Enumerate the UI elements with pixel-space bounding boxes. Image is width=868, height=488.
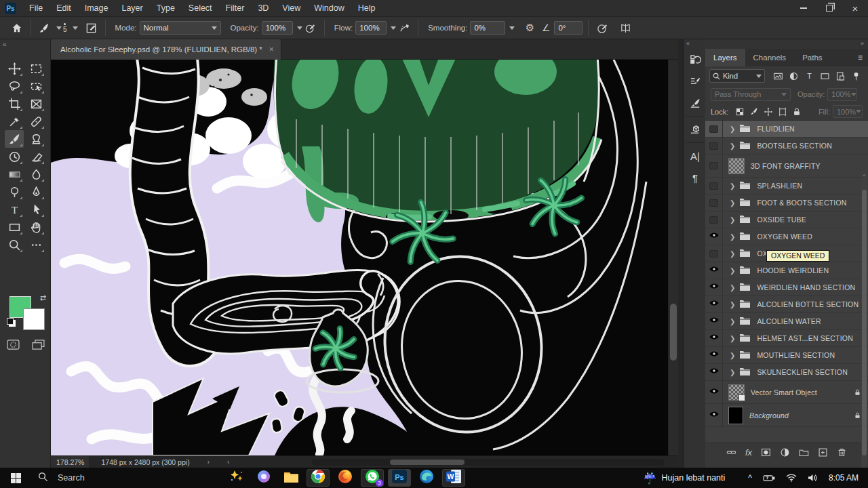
group-chevron-icon[interactable]: ❯: [730, 352, 735, 359]
rectangle-tool[interactable]: [5, 218, 24, 236]
menu-type[interactable]: Type: [150, 0, 182, 16]
layer-visibility-toggle[interactable]: [705, 381, 723, 403]
blend-mode-select[interactable]: Normal: [140, 21, 221, 35]
layer-mask-icon[interactable]: [761, 447, 771, 458]
chevron-down-icon[interactable]: [509, 26, 515, 30]
gear-icon[interactable]: ⚙: [521, 20, 538, 36]
smoothing-input[interactable]: 0%: [470, 21, 505, 35]
filter-adjustment-layers-icon[interactable]: [786, 69, 802, 83]
hand-tool[interactable]: [26, 218, 45, 236]
tab-channels[interactable]: Channels: [745, 49, 795, 66]
layer-row[interactable]: ❯FLUIDLIEN: [705, 121, 868, 138]
layer-row[interactable]: ❯FOOT & BOOTS SECTION: [705, 195, 868, 211]
volume-icon[interactable]: [808, 474, 818, 482]
layer-visibility-toggle[interactable]: [705, 138, 723, 154]
layer-visibility-toggle[interactable]: [705, 245, 723, 262]
paragraph-panel-icon[interactable]: ¶: [684, 167, 706, 188]
menu-filter[interactable]: Filter: [219, 0, 252, 16]
brush-tool[interactable]: [5, 130, 24, 148]
minimize-button[interactable]: [791, 0, 816, 16]
start-button[interactable]: [0, 468, 31, 488]
layer-opacity-input[interactable]: 100%: [827, 88, 857, 101]
lock-position-icon[interactable]: [761, 107, 775, 117]
lasso-tool[interactable]: [5, 77, 24, 95]
brushes-panel-icon[interactable]: [684, 92, 706, 114]
background-color-swatch[interactable]: [23, 308, 45, 330]
layer-visibility-toggle[interactable]: [705, 228, 723, 245]
layer-styles-icon[interactable]: fx: [745, 447, 752, 458]
edge-taskbar-button[interactable]: [415, 469, 438, 487]
group-chevron-icon[interactable]: ❯: [730, 267, 735, 274]
layer-visibility-toggle[interactable]: [705, 296, 723, 312]
canvas[interactable]: [51, 60, 668, 455]
vertical-scrollbar[interactable]: [668, 60, 678, 455]
copilot-taskbar-button[interactable]: [252, 469, 275, 487]
layer-row[interactable]: ❯HELMET AST...EN SECTION: [705, 330, 868, 347]
opacity-input[interactable]: 100%: [262, 21, 293, 35]
layer-row[interactable]: Vector Smart Object: [705, 381, 868, 404]
brush-tool-preset-icon[interactable]: [36, 20, 52, 36]
photoshop-taskbar-button[interactable]: Ps: [388, 469, 411, 487]
history-panel-icon[interactable]: [684, 49, 706, 70]
3d-panel-icon[interactable]: [684, 119, 706, 140]
filter-smart-objects-icon[interactable]: [833, 69, 848, 83]
path-selection-tool[interactable]: [26, 201, 45, 218]
menu-view[interactable]: View: [275, 0, 307, 16]
link-layers-icon[interactable]: [726, 447, 736, 458]
taskbar-clock[interactable]: 8:05 AM: [829, 473, 859, 483]
group-chevron-icon[interactable]: ❯: [730, 250, 735, 258]
document-tab[interactable]: Alcoholic For Sleephy.psd @ 178% (FLUIDL…: [51, 39, 281, 60]
chevron-down-icon[interactable]: [73, 26, 78, 30]
edit-toolbar-tool[interactable]: [26, 236, 45, 253]
quick-mask-icon[interactable]: [7, 340, 20, 352]
layer-row[interactable]: ❯ALCOLIEN WATER: [705, 313, 868, 330]
layer-visibility-toggle[interactable]: [705, 279, 723, 296]
menu-help[interactable]: Help: [351, 0, 382, 16]
tray-expand-icon[interactable]: ^: [748, 473, 752, 483]
lock-artboard-icon[interactable]: [775, 107, 789, 117]
crop-tool[interactable]: [5, 95, 24, 113]
layer-row[interactable]: ❯BOOTSLEG SECTION: [705, 138, 868, 155]
panels-expand[interactable]: »: [705, 39, 868, 49]
filter-pixel-layers-icon[interactable]: [770, 69, 786, 83]
history-brush-tool[interactable]: [5, 148, 24, 165]
brush-size-preview[interactable]: 5: [63, 23, 67, 33]
layer-row[interactable]: ❯HOODIE WEIRDLIEN: [705, 262, 868, 279]
filter-kind-select[interactable]: Kind: [709, 69, 765, 83]
vertical-scrollbar-thumb[interactable]: [670, 304, 677, 361]
group-chevron-icon[interactable]: ❯: [730, 301, 735, 308]
filter-shape-layers-icon[interactable]: [817, 69, 833, 83]
layer-row[interactable]: Background: [705, 404, 868, 427]
menu-edit[interactable]: Edit: [50, 0, 78, 16]
status-zoom-level[interactable]: 178.27%: [51, 456, 90, 468]
chevron-down-icon[interactable]: [297, 26, 302, 30]
frame-tool[interactable]: [26, 95, 45, 113]
group-chevron-icon[interactable]: ❯: [730, 142, 735, 150]
group-chevron-icon[interactable]: ❯: [730, 284, 735, 291]
menu-3d[interactable]: 3D: [251, 0, 275, 16]
layer-thumbnail[interactable]: [728, 158, 745, 174]
clone-stamp-tool[interactable]: [26, 130, 45, 148]
group-chevron-icon[interactable]: ❯: [730, 233, 735, 241]
layer-visibility-toggle[interactable]: [705, 195, 723, 211]
toolbox-collapse[interactable]: «: [0, 39, 50, 50]
swap-colors-icon[interactable]: ⇄: [40, 293, 46, 302]
panel-menu-icon[interactable]: ≡: [852, 49, 868, 66]
chevron-down-icon[interactable]: [56, 26, 62, 30]
layer-visibility-toggle[interactable]: [705, 155, 723, 177]
smudge-tool[interactable]: [26, 165, 45, 183]
scroll-up-icon[interactable]: ^: [861, 173, 867, 179]
screen-mode-icon[interactable]: [32, 340, 45, 352]
flow-input[interactable]: 100%: [355, 21, 387, 35]
brush-angle-input[interactable]: 0°: [554, 21, 583, 35]
lock-transparency-icon[interactable]: [732, 107, 747, 117]
horizontal-scrollbar-thumb[interactable]: [390, 460, 465, 465]
paint-symmetry-icon[interactable]: [617, 20, 633, 36]
lock-pixels-icon[interactable]: [747, 107, 761, 117]
filter-toggle-icon[interactable]: [848, 69, 864, 83]
group-chevron-icon[interactable]: ❯: [730, 335, 735, 342]
layer-visibility-toggle[interactable]: [705, 262, 723, 279]
layer-thumbnail[interactable]: [728, 384, 745, 401]
lock-all-icon[interactable]: [789, 107, 804, 117]
layer-visibility-toggle[interactable]: [705, 121, 723, 137]
